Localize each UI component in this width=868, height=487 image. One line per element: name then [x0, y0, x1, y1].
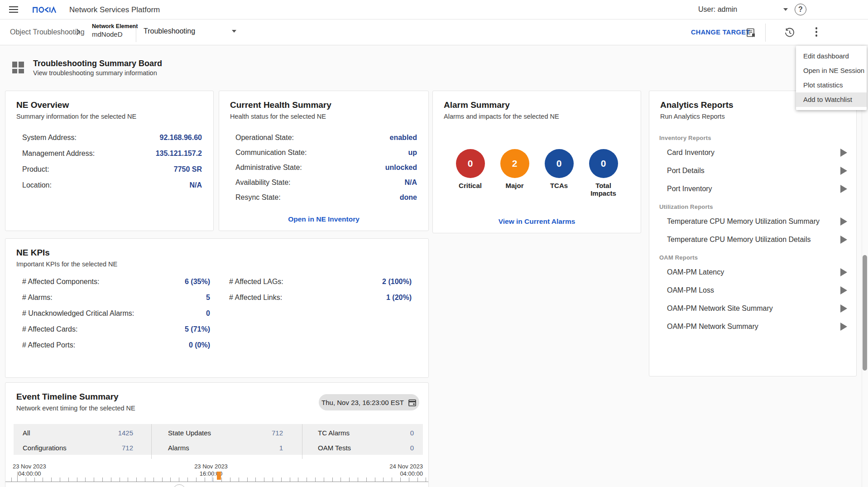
kebab-menu-icon[interactable]: [814, 27, 819, 38]
kv-row: Administrative State: unlocked: [235, 164, 417, 174]
chevron-down-icon: [232, 30, 236, 33]
chevron-right-icon: [76, 29, 80, 35]
kv-label: # Alarms:: [22, 294, 53, 302]
report-section-utilization: Utilization Reports Temperature CPU Memo…: [659, 203, 847, 249]
kv-row: # Affected Components: 6 (35%): [22, 278, 210, 288]
kv-value: 6 (35%): [185, 278, 210, 286]
counter-value: 0: [601, 158, 606, 169]
current-time-marker[interactable]: [217, 472, 221, 480]
kv-label: # Affected Ports:: [22, 341, 75, 349]
run-report-icon[interactable]: [840, 304, 847, 313]
timeline-drag-handle[interactable]: [173, 484, 186, 487]
section-heading: Inventory Reports: [659, 135, 847, 144]
section-heading: OAM Reports: [659, 254, 847, 263]
run-report-icon[interactable]: [840, 236, 847, 244]
report-section-oam: OAM Reports OAM-PM Latency OAM-PM Loss O…: [659, 254, 847, 336]
report-label: Card Inventory: [667, 149, 715, 157]
divider: [136, 23, 136, 42]
kv-row: Location: N/A: [22, 181, 202, 192]
breadcrumb[interactable]: Object Troubleshooting: [10, 28, 85, 36]
counter-circle: 2: [500, 149, 529, 178]
card-subtitle: Run Analytics Reports: [660, 113, 725, 120]
kv-label: Product:: [22, 165, 49, 174]
counter-label: TCAs: [550, 182, 568, 190]
run-report-icon[interactable]: [840, 167, 847, 175]
card-subtitle: Alarms and impacts for the selected NE: [444, 113, 559, 120]
report-item-temp-cpu-mem-summary[interactable]: Temperature CPU Memory Utilization Summa…: [659, 212, 847, 231]
menu-item-plot-statistics[interactable]: Plot statistics: [796, 78, 867, 92]
report-item-port-inventory[interactable]: Port Inventory: [659, 180, 847, 198]
event-stats-band: All 1425 Configurations 712 State Update…: [14, 424, 423, 455]
report-label: OAM-PM Latency: [667, 268, 724, 276]
page-subtitle: View troubleshooting summary information: [33, 69, 157, 77]
view-in-current-alarms-link[interactable]: View in Current Alarms: [433, 217, 641, 226]
kv-value: 92.168.96.60: [160, 134, 202, 142]
run-report-icon[interactable]: [840, 217, 847, 226]
axis-date: 23 Nov 2023: [13, 463, 46, 470]
kv-label: Availability State:: [235, 178, 291, 187]
stat-row: OAM Tests 0: [318, 444, 414, 454]
run-report-icon[interactable]: [840, 286, 847, 294]
change-target-button[interactable]: CHANGE TARGET: [691, 29, 750, 36]
divider: [765, 24, 766, 42]
kv-label: Resync State:: [235, 193, 281, 202]
kv-row: # Affected Links: 1 (20%): [229, 294, 412, 304]
open-in-ne-inventory-link[interactable]: Open in NE Inventory: [219, 215, 428, 223]
kv-label: System Address:: [22, 134, 77, 142]
report-item-card-inventory[interactable]: Card Inventory: [659, 144, 847, 162]
run-report-icon[interactable]: [840, 268, 847, 276]
kv-value: 2 (100%): [382, 278, 412, 286]
menu-item-open-in-ne-session[interactable]: Open in NE Session: [796, 63, 867, 78]
timeline-tick-start: [17, 472, 18, 482]
help-icon[interactable]: ?: [795, 4, 806, 15]
report-label: Temperature CPU Memory Utilization Summa…: [667, 217, 820, 226]
kv-label: # Affected LAGs:: [229, 278, 283, 286]
counter-value: 0: [468, 158, 473, 169]
card-subtitle: Important KPIs for the selected NE: [16, 260, 117, 268]
report-item-port-details[interactable]: Port Details: [659, 162, 847, 180]
counter-circle: 0: [545, 149, 574, 178]
timeline-axis-end: 24 Nov 2023 04:00:00: [389, 463, 423, 477]
report-bookmark-icon[interactable]: [746, 28, 756, 38]
scrollbar-thumb[interactable]: [863, 255, 867, 371]
timeline-tick-middle: [212, 472, 212, 482]
user-menu-caret-icon[interactable]: [783, 8, 788, 11]
report-label: Temperature CPU Memory Utilization Detai…: [667, 236, 810, 244]
menu-item-edit-dashboard[interactable]: Edit dashboard: [796, 49, 867, 63]
kv-value: up: [408, 149, 417, 157]
menu-item-add-to-watchlist[interactable]: Add to Watchlist: [796, 92, 867, 107]
history-icon[interactable]: [784, 27, 795, 38]
target-name: mdNodeD: [92, 30, 138, 39]
kv-label: Location:: [22, 181, 52, 189]
alarm-counter-critical: 0 Critical: [456, 149, 485, 197]
card-title: Event Timeline Summary: [16, 392, 119, 402]
run-report-icon[interactable]: [840, 149, 847, 157]
stat-value: 0: [410, 429, 414, 439]
stat-value: 712: [122, 444, 133, 454]
datetime-picker-button[interactable]: Thu, Nov 23, 16:23:00 EST: [319, 394, 419, 410]
view-selector-dropdown[interactable]: Troubleshooting: [144, 27, 236, 35]
kv-row: Resync State: done: [235, 193, 417, 203]
report-label: OAM-PM Network Summary: [667, 323, 758, 331]
report-item-oam-pm-latency[interactable]: OAM-PM Latency: [659, 263, 847, 281]
report-item-oam-pm-loss[interactable]: OAM-PM Loss: [659, 281, 847, 299]
report-label: OAM-PM Network Site Summary: [667, 304, 773, 313]
stat-row: Alarms 1: [168, 444, 283, 454]
kv-value: N/A: [189, 181, 202, 189]
kv-label: # Affected Links:: [229, 294, 282, 302]
calendar-icon: [408, 398, 417, 407]
run-report-icon[interactable]: [840, 185, 847, 193]
card-title: NE KPIs: [16, 248, 50, 258]
kv-value: 1 (20%): [386, 294, 412, 302]
report-item-oam-pm-network-site-summary[interactable]: OAM-PM Network Site Summary: [659, 299, 847, 318]
kv-row: Availability State: N/A: [235, 178, 417, 188]
hamburger-menu-icon[interactable]: [9, 6, 18, 14]
report-item-oam-pm-network-summary[interactable]: OAM-PM Network Summary: [659, 318, 847, 336]
kv-value: 135.121.157.2: [156, 149, 202, 158]
user-menu-label[interactable]: User: admin: [698, 5, 737, 14]
stat-label: All: [23, 429, 30, 439]
run-report-icon[interactable]: [840, 323, 847, 331]
kv-value: 5: [206, 294, 210, 302]
report-item-temp-cpu-mem-details[interactable]: Temperature CPU Memory Utilization Detai…: [659, 231, 847, 249]
stat-row: TC Alarms 0: [318, 429, 414, 439]
